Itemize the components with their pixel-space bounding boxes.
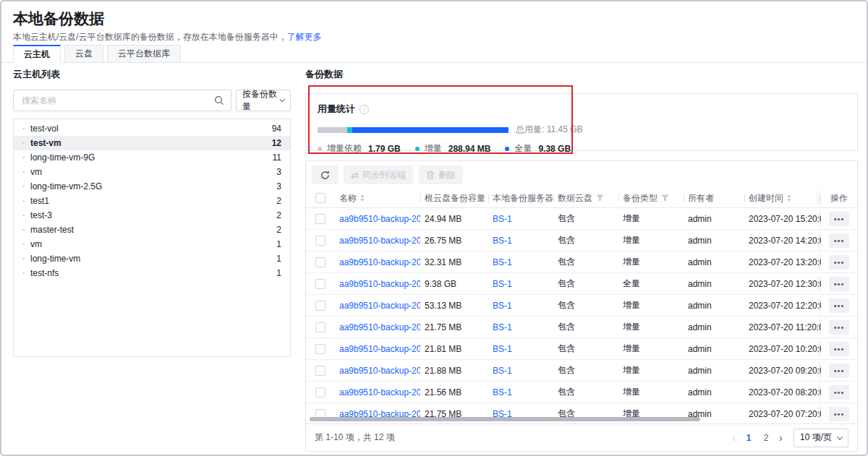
filter-icon[interactable] — [596, 194, 604, 202]
vm-list-item[interactable]: · test-vm 12 — [14, 136, 290, 150]
search-input[interactable] — [20, 95, 214, 106]
backup-server-link[interactable]: BS-1 — [493, 366, 512, 376]
row-checkbox[interactable] — [315, 279, 326, 289]
backup-server-link[interactable]: BS-1 — [493, 279, 512, 289]
item-bullet-icon: · — [22, 268, 25, 278]
chevron-down-icon — [837, 434, 843, 439]
backup-server-link[interactable]: BS-1 — [493, 387, 512, 397]
tab-label: 云盘 — [75, 48, 93, 60]
page-number-button[interactable]: 2 — [760, 433, 773, 443]
legend-label: 全量 — [514, 142, 532, 155]
tab-cloud-volume[interactable]: 云盘 — [64, 45, 103, 63]
table-row: aa9b9510-backup-2023-07-... 21.75 MB BS-… — [306, 317, 857, 338]
horizontal-scrollbar-thumb[interactable] — [310, 417, 700, 421]
column-header-created[interactable]: 创建时间 — [744, 189, 821, 207]
row-checkbox[interactable] — [315, 236, 326, 246]
row-checkbox[interactable] — [315, 387, 326, 397]
backup-server-link[interactable]: BS-1 — [493, 257, 512, 267]
vm-list-item[interactable]: · vm 1 — [14, 237, 290, 251]
backup-name-link[interactable]: aa9b9510-backup-2023-07-... — [339, 214, 420, 224]
backup-name-link[interactable]: aa9b9510-backup-2023-07-... — [339, 279, 420, 289]
row-actions-button[interactable]: ••• — [829, 298, 849, 313]
backup-name-link[interactable]: aa9b9510-backup-2023-07-... — [339, 344, 420, 354]
search-icon[interactable] — [214, 95, 224, 106]
data-volume-value: 包含 — [553, 382, 618, 403]
tab-cloud-vm[interactable]: 云主机 — [13, 45, 61, 63]
sort-dropdown-label: 按备份数量 — [242, 88, 281, 113]
created-time-value: 2023-07-20 14:20:00 — [744, 230, 821, 251]
select-all-checkbox[interactable] — [315, 193, 326, 203]
usage-total: 总用量: 11.45 GB — [516, 124, 583, 136]
vm-list-item[interactable]: · test-nfs 1 — [14, 266, 290, 280]
refresh-button[interactable] — [312, 165, 338, 184]
vm-list-item[interactable]: · master-test 2 — [14, 223, 290, 237]
backup-name-link[interactable]: aa9b9510-backup-2023-07-... — [339, 322, 420, 332]
backup-server-link[interactable]: BS-1 — [493, 214, 512, 224]
row-checkbox[interactable] — [315, 214, 326, 224]
table-row: aa9b9510-backup-2023-07-... 9.38 GB BS-1… — [306, 273, 857, 295]
backup-name-link[interactable]: aa9b9510-backup-2023-07-... — [339, 301, 420, 311]
row-actions-button[interactable]: ••• — [829, 212, 849, 226]
table-row: aa9b9510-backup-2023-07-... 26.75 MB BS-… — [306, 230, 857, 251]
usage-total-label: 总用量: — [516, 124, 544, 134]
row-actions-button[interactable]: ••• — [829, 385, 849, 400]
vm-list-item[interactable]: · test-3 2 — [14, 208, 290, 223]
backup-server-link[interactable]: BS-1 — [493, 301, 512, 311]
sync-to-remote-button[interactable]: ⇄ 同步到远端 — [344, 165, 413, 184]
backup-size: 32.31 MB — [420, 251, 488, 272]
backup-name-link[interactable]: aa9b9510-backup-2023-07-... — [339, 387, 420, 397]
row-actions-button[interactable]: ••• — [829, 233, 849, 248]
vm-name: test-nfs — [30, 268, 59, 278]
vm-list-item[interactable]: · vm 3 — [14, 165, 290, 179]
column-header-type[interactable]: 备份类型 — [618, 189, 684, 207]
page-numbers: 12 — [742, 433, 773, 443]
column-header-volume[interactable]: 数据云盘 — [553, 189, 618, 207]
table-row: aa9b9510-backup-2023-07-... 24.94 MB BS-… — [306, 208, 857, 230]
table-toolbar: ⇄ 同步到远端 删除 — [306, 161, 857, 189]
column-header-label: 根云盘备份容量 — [425, 192, 485, 205]
legend-value: 9.38 GB — [538, 144, 571, 154]
row-actions-button[interactable]: ••• — [829, 363, 849, 378]
row-checkbox[interactable] — [315, 366, 326, 376]
backup-server-link[interactable]: BS-1 — [493, 344, 512, 354]
tab-platform-database[interactable]: 云平台数据库 — [107, 45, 181, 63]
delete-button[interactable]: 删除 — [419, 165, 463, 184]
column-header-name[interactable]: 名称 — [335, 189, 420, 207]
row-actions-button[interactable]: ••• — [829, 342, 849, 356]
vm-name: master-test — [30, 225, 74, 235]
next-page-button[interactable]: › — [777, 432, 785, 443]
learn-more-link[interactable]: 了解更多 — [287, 32, 322, 42]
vm-list-item[interactable]: · long-time-vm 1 — [14, 251, 290, 266]
column-header-size[interactable]: 根云盘备份容量 — [420, 189, 488, 207]
sort-icon — [787, 194, 791, 202]
row-checkbox[interactable] — [315, 322, 326, 332]
row-checkbox[interactable] — [315, 344, 326, 354]
backup-name-link[interactable]: aa9b9510-backup-2023-07-... — [339, 236, 420, 246]
backup-server-link[interactable]: BS-1 — [493, 322, 512, 332]
row-actions-button[interactable]: ••• — [829, 320, 849, 335]
info-icon[interactable]: i — [359, 105, 369, 114]
page-number-button[interactable]: 1 — [742, 433, 755, 443]
backup-name-link[interactable]: aa9b9510-backup-2023-07-... — [339, 257, 420, 267]
page-size-dropdown[interactable]: 10 项/页 — [793, 429, 848, 447]
row-checkbox[interactable] — [315, 301, 326, 311]
column-header-label: 备份类型 — [623, 192, 658, 205]
vm-list-item[interactable]: · test1 2 — [14, 194, 290, 208]
filter-icon[interactable] — [661, 194, 669, 202]
backup-type-value: 增量 — [618, 382, 684, 403]
row-actions-button[interactable]: ••• — [829, 255, 849, 270]
vm-backup-count: 94 — [272, 124, 281, 134]
vm-list-item[interactable]: · test-vol 94 — [14, 121, 290, 136]
created-time-value: 2023-07-20 11:20:00 — [744, 317, 821, 337]
row-checkbox[interactable] — [315, 257, 326, 267]
backup-server-link[interactable]: BS-1 — [493, 236, 512, 246]
row-actions-button[interactable]: ••• — [829, 277, 849, 291]
sort-dropdown[interactable]: 按备份数量 — [236, 90, 291, 111]
backup-size: 21.81 MB — [420, 338, 488, 359]
vm-list-item[interactable]: · long-time-vm-2.5G 3 — [14, 179, 290, 194]
vm-list-item[interactable]: · long-time-vm-9G 11 — [14, 150, 290, 165]
table-row: aa9b9510-backup-2023-07-... 32.31 MB BS-… — [306, 251, 857, 273]
prev-page-button[interactable]: ‹ — [730, 432, 738, 443]
row-actions-button[interactable]: ••• — [829, 407, 849, 421]
backup-name-link[interactable]: aa9b9510-backup-2023-07-... — [339, 366, 420, 376]
